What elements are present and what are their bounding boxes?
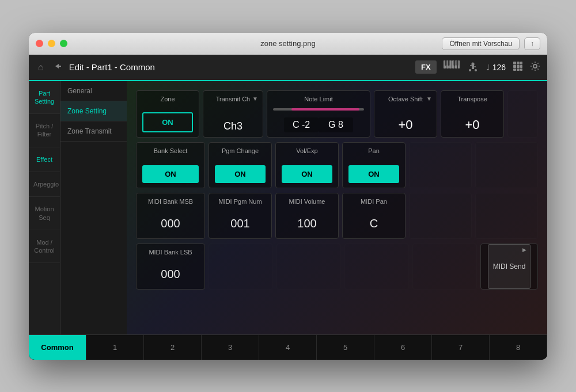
window-title: zone setting.png	[260, 39, 315, 48]
bottom-tabs: Common 1 2 3 4 5 6 7 8	[29, 334, 547, 360]
svg-point-10	[469, 69, 471, 71]
grid-icon[interactable]	[513, 61, 523, 74]
zone-label: Zone	[160, 96, 175, 102]
tab-4[interactable]: 4	[259, 335, 317, 360]
note-icon: ♩	[486, 63, 490, 72]
sidebar-item-arpeggio[interactable]: Arpeggio	[29, 172, 60, 197]
tab-6[interactable]: 6	[374, 335, 432, 360]
midi-send-box: ▶ MIDI Send	[480, 243, 538, 290]
synth-ui: ⌂ Edit - Part1 - Common FX	[29, 55, 547, 360]
empty-right-2a	[409, 142, 472, 188]
sub-nav-zone-transmit[interactable]: Zone Transmit	[60, 121, 127, 142]
tab-5[interactable]: 5	[317, 335, 374, 360]
octave-shift-value[interactable]: +0	[398, 117, 412, 132]
midi-pan-box: MIDI Pan C	[342, 193, 406, 239]
tab-8[interactable]: 8	[490, 335, 547, 360]
midi-pgm-num-box: MIDI Pgm Num 001	[209, 193, 272, 239]
midi-bank-msb-value[interactable]: 000	[161, 214, 180, 234]
sidebar-item-pitch-filter[interactable]: Pitch / Filter	[29, 114, 60, 147]
main-window: zone setting.png Öffnen mit Vorschau ↑ ⌂…	[29, 33, 547, 360]
svg-rect-18	[517, 65, 520, 68]
pan-button[interactable]: ON	[348, 165, 399, 183]
zone-on-button[interactable]: ON	[142, 112, 193, 132]
svg-rect-19	[520, 65, 522, 68]
midi-bank-msb-box: MIDI Bank MSB 000	[136, 193, 205, 239]
close-button[interactable]	[36, 40, 43, 47]
minimize-button[interactable]	[48, 40, 55, 47]
midi-pan-value[interactable]: C	[370, 214, 378, 234]
octave-shift-label: Octave Shift	[388, 96, 423, 102]
empty-lsb-5	[412, 243, 477, 290]
tempo-value[interactable]: 126	[492, 63, 506, 72]
bank-select-label: Bank Select	[154, 147, 188, 154]
main-panel: Zone ON Transmit Ch ▼ Ch3 Note Limit	[127, 81, 547, 334]
open-preview-button[interactable]: Öffnen mit Vorschau	[442, 37, 520, 50]
row-2: Bank Select ON Pgm Change ON Vol/Exp ON	[136, 142, 538, 188]
empty-lsb-2	[209, 243, 273, 290]
svg-rect-21	[517, 68, 520, 71]
toolbar-title: Edit - Part1 - Common	[69, 62, 408, 72]
empty-right-2b	[475, 142, 538, 188]
row-4: MIDI Bank LSB 000 ▶ MIDI Send	[136, 243, 538, 290]
midi-send-label: MIDI Send	[493, 262, 526, 271]
svg-rect-15	[517, 62, 520, 64]
title-bar: zone setting.png Öffnen mit Vorschau ↑	[29, 33, 547, 55]
note-limit-slider[interactable]	[273, 108, 364, 111]
sidebar-item-mod-control[interactable]: Mod / Control	[29, 230, 60, 264]
bank-select-box: Bank Select ON	[136, 142, 205, 188]
slider-track	[273, 108, 364, 111]
maximize-button[interactable]	[60, 40, 67, 47]
share-icon: ↑	[530, 40, 534, 48]
tab-common[interactable]: Common	[29, 335, 86, 360]
pgm-change-button[interactable]: ON	[215, 165, 266, 183]
note-limit-box: Note Limit C -2 G 8	[267, 90, 370, 138]
midi-bank-lsb-box: MIDI Bank LSB 000	[136, 243, 205, 290]
sub-nav: General Zone Setting Zone Transmit	[60, 81, 127, 334]
empty-right-3a	[409, 193, 472, 239]
sidebar-item-effect[interactable]: Effect	[29, 147, 60, 172]
tab-7[interactable]: 7	[432, 335, 490, 360]
window-controls	[36, 40, 67, 47]
midi-pgm-num-label: MIDI Pgm Num	[218, 198, 262, 205]
octave-shift-box: Octave Shift ▼ +0	[374, 90, 437, 138]
slider-fill	[291, 108, 360, 111]
transmit-ch-value[interactable]: Ch3	[223, 120, 242, 132]
svg-rect-6	[445, 60, 446, 66]
midi-volume-value[interactable]: 100	[297, 214, 316, 234]
share-button[interactable]: ↑	[524, 37, 540, 50]
home-icon[interactable]: ⌂	[36, 60, 46, 75]
tempo-display: ♩ 126	[486, 63, 506, 72]
back-icon[interactable]	[53, 62, 62, 73]
transpose-value[interactable]: +0	[465, 117, 479, 132]
vol-exp-button[interactable]: ON	[282, 165, 332, 183]
transpose-box: Transpose +0	[441, 90, 504, 138]
midi-bank-msb-label: MIDI Bank MSB	[148, 198, 193, 205]
pan-box: Pan ON	[342, 142, 406, 188]
svg-rect-22	[520, 68, 522, 71]
fx-button[interactable]: FX	[415, 60, 437, 74]
svg-rect-9	[456, 60, 458, 66]
note-limit-high[interactable]: G 8	[319, 117, 353, 132]
row-3: MIDI Bank MSB 000 MIDI Pgm Num 001 MIDI …	[136, 193, 538, 239]
sub-nav-general[interactable]: General	[60, 81, 127, 101]
sidebar-item-part-setting[interactable]: Part Setting	[29, 81, 60, 115]
transpose-label: Transpose	[457, 96, 487, 102]
midi-pgm-num-value[interactable]: 001	[230, 214, 249, 234]
tab-3[interactable]: 3	[202, 335, 259, 360]
vol-exp-label: Vol/Exp	[296, 147, 317, 154]
sub-nav-zone-setting[interactable]: Zone Setting	[60, 101, 127, 121]
sidebar-tab: Part Setting Pitch / Filter Effect Arpeg…	[29, 81, 60, 334]
settings-icon[interactable]	[530, 61, 540, 74]
midi-bank-lsb-value[interactable]: 000	[161, 264, 180, 284]
bank-select-button[interactable]: ON	[142, 165, 199, 183]
sidebar-item-motion-seq[interactable]: Motion Seq	[29, 197, 60, 230]
svg-rect-20	[513, 68, 516, 71]
note-limit-low[interactable]: C -2	[284, 117, 319, 132]
svg-point-23	[533, 64, 537, 68]
tab-1[interactable]: 1	[86, 335, 144, 360]
slider-values: C -2 G 8	[284, 117, 353, 132]
pan-label: Pan	[368, 147, 380, 154]
midi-send-button[interactable]: ▶ MIDI Send	[488, 244, 531, 289]
tab-2[interactable]: 2	[144, 335, 202, 360]
midi-volume-box: MIDI Volume 100	[275, 193, 339, 239]
